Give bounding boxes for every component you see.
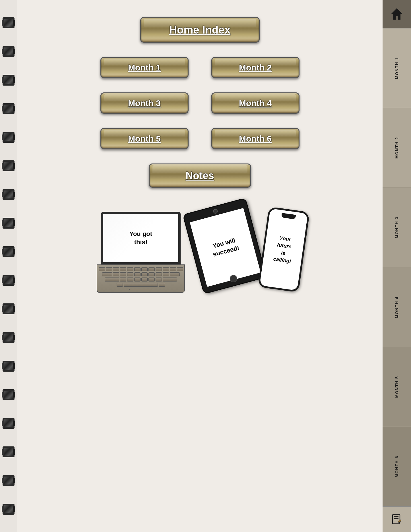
month-1-button[interactable]: Month 1 [100, 57, 189, 78]
sidebar-tab-month1[interactable]: MONTH 1 [383, 28, 411, 108]
tablet-text: You willsucceed! [210, 236, 240, 259]
key [113, 272, 119, 276]
laptop-screen: You gotthis! [101, 212, 181, 264]
month-6-button[interactable]: Month 6 [211, 128, 300, 149]
sidebar-tab-month4[interactable]: MONTH 4 [383, 268, 411, 347]
month-2-button[interactable]: Month 2 [211, 57, 300, 78]
home-index-label: Home Index [169, 24, 230, 36]
month-5-button[interactable]: Month 5 [100, 128, 189, 149]
laptop-illustration: You gotthis! [95, 212, 186, 293]
key [113, 267, 119, 271]
key [99, 267, 105, 271]
spiral-coil [3, 189, 15, 200]
month-3-button[interactable]: Month 3 [100, 92, 189, 114]
tablet-illustration: You willsucceed! [182, 198, 267, 294]
key [170, 267, 176, 271]
month-6-label: Month 6 [239, 134, 272, 144]
key [127, 272, 133, 276]
key [148, 272, 155, 276]
key [120, 272, 126, 276]
tablet-screen: You willsucceed! [190, 208, 261, 287]
key [163, 272, 169, 276]
notes-label: Notes [185, 170, 214, 182]
spiral-binding [0, 0, 17, 532]
spiral-coil [3, 218, 15, 229]
key [134, 267, 141, 271]
sidebar-month4-label: MONTH 4 [395, 296, 399, 318]
devices-section: You gotthis! [28, 205, 371, 293]
sidebar-month6-label: MONTH 6 [395, 456, 399, 477]
spiral-coil [3, 361, 15, 372]
month-2-label: Month 2 [239, 63, 272, 73]
key [141, 267, 148, 271]
home-index-button[interactable]: Home Index [140, 17, 260, 43]
sidebar-month2-label: MONTH 2 [395, 137, 399, 159]
spiral-coil [3, 46, 15, 57]
spiral-coil [3, 275, 15, 286]
spiral-coil [3, 132, 15, 143]
key [127, 267, 133, 271]
sidebar-tab-month5[interactable]: MONTH 5 [383, 347, 411, 427]
key [106, 267, 112, 271]
spacebar-key [124, 283, 158, 287]
notes-icon-area [391, 514, 402, 525]
sidebar-tab-month3[interactable]: MONTH 3 [383, 188, 411, 267]
svg-marker-0 [391, 8, 402, 20]
key [156, 278, 162, 281]
sidebar-home-button[interactable] [383, 0, 411, 28]
key [170, 272, 180, 276]
key [156, 272, 162, 276]
home-icon [390, 7, 404, 21]
spiral-coil [3, 17, 15, 28]
spiral-coil [3, 160, 15, 171]
right-sidebar: MONTH 1 MONTH 2 MONTH 3 MONTH 4 MONTH 5 … [383, 0, 411, 532]
spiral-coil [3, 75, 15, 86]
spiral-coil [3, 303, 15, 314]
sidebar-tab-month2[interactable]: MONTH 2 [383, 108, 411, 188]
months-grid: Month 1 Month 2 Month 3 Month 4 Month 5 … [100, 57, 300, 149]
key [117, 283, 123, 287]
key [120, 267, 126, 271]
month-5-label: Month 5 [128, 134, 161, 144]
spiral-coil [3, 446, 15, 457]
key [148, 278, 155, 281]
spiral-coil [3, 246, 15, 257]
sidebar-month5-label: MONTH 5 [395, 376, 399, 398]
spiral-coil [3, 475, 15, 486]
month-1-label: Month 1 [128, 63, 161, 73]
key [156, 267, 162, 271]
spiral-coil [3, 418, 15, 429]
key [148, 267, 155, 271]
key [134, 278, 141, 281]
spiral-coil [3, 332, 15, 343]
key [134, 272, 141, 276]
month-4-label: Month 4 [239, 98, 272, 108]
touchpad [129, 289, 152, 290]
key [120, 278, 126, 281]
phone-illustration: Yourfutureiscalling! [258, 206, 310, 292]
spiral-coil [3, 389, 15, 400]
phone-body: Yourfutureiscalling! [258, 206, 310, 292]
spiral-coil [3, 504, 15, 515]
key [177, 267, 183, 271]
laptop-keyboard [97, 264, 185, 293]
sidebar-notes-button[interactable] [383, 506, 411, 532]
month-3-label: Month 3 [128, 98, 161, 108]
main-content: Home Index Month 1 Month 2 Month 3 Month… [17, 0, 383, 532]
notes-button[interactable]: Notes [149, 163, 251, 188]
key [159, 283, 165, 287]
key [127, 278, 133, 281]
key [163, 278, 177, 281]
key [105, 278, 119, 281]
sidebar-month3-label: MONTH 3 [395, 216, 399, 238]
sidebar-month1-label: MONTH 1 [395, 57, 399, 79]
tablet-body: You willsucceed! [182, 198, 267, 294]
key [141, 272, 148, 276]
key [163, 267, 169, 271]
sidebar-tab-month6[interactable]: MONTH 6 [383, 427, 411, 506]
laptop-text: You gotthis! [129, 230, 152, 246]
key [102, 272, 112, 276]
month-4-button[interactable]: Month 4 [211, 92, 300, 114]
notes-icon [391, 514, 402, 525]
key [141, 278, 148, 281]
